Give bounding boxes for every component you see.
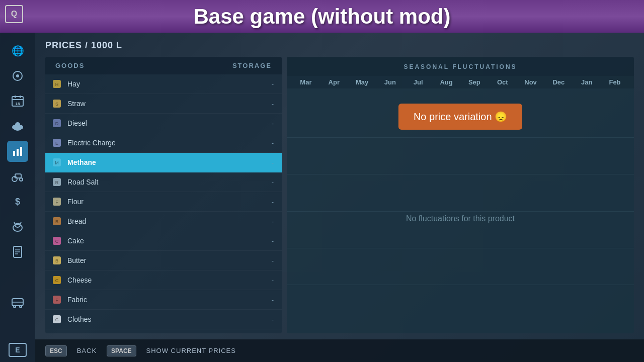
sidebar-item-weather[interactable] xyxy=(7,116,28,137)
sidebar-item-wheel[interactable] xyxy=(7,65,28,86)
item-icon: F xyxy=(51,294,62,305)
item-icon: D xyxy=(51,118,62,129)
bottom-bar: ESC BACK SPACE SHOW CURRENT PRICES xyxy=(35,339,644,362)
no-price-text: No price variation 😞 xyxy=(414,111,507,123)
goods-panel: GOODS STORAGE H Hay - S Straw - xyxy=(45,57,282,333)
svg-rect-11 xyxy=(13,151,15,156)
goods-item-butter[interactable]: B Butter - xyxy=(45,251,282,270)
e-shortcut-button[interactable]: E xyxy=(9,343,27,357)
sidebar-item-train[interactable] xyxy=(7,292,28,313)
svg-text:B: B xyxy=(55,219,58,224)
goods-item-fabric[interactable]: F Fabric - xyxy=(45,290,282,310)
goods-item-flour[interactable]: F Flour - xyxy=(45,192,282,212)
month-may: May xyxy=(348,78,376,86)
sidebar-item-doc[interactable] xyxy=(7,241,28,262)
svg-text:C: C xyxy=(55,239,59,244)
item-icon: C xyxy=(51,275,62,286)
month-nov: Nov xyxy=(517,78,545,86)
page-title: Base game (without mod) xyxy=(193,5,450,29)
svg-text:F: F xyxy=(55,200,58,205)
month-jun: Jun xyxy=(376,78,404,86)
svg-text:R: R xyxy=(55,180,59,185)
goods-item-sugar[interactable]: S Sugar - xyxy=(45,329,282,333)
sidebar-item-globe[interactable]: 🌐 xyxy=(7,40,28,61)
item-name: Bread xyxy=(67,217,272,225)
goods-list[interactable]: H Hay - S Straw - D Diesel - E xyxy=(45,74,282,333)
item-name: Hay xyxy=(67,80,272,88)
goods-item-diesel[interactable]: D Diesel - xyxy=(45,114,282,133)
esc-key: ESC xyxy=(45,345,67,356)
month-jan: Jan xyxy=(573,78,601,86)
item-icon: B xyxy=(51,216,62,227)
seasonal-header: SEASONAL FLUCTUATIONS xyxy=(287,57,634,76)
item-name: Road Salt xyxy=(67,178,272,186)
sidebar-item-cow[interactable] xyxy=(7,216,28,237)
goods-item-straw[interactable]: S Straw - xyxy=(45,94,282,114)
item-icon: R xyxy=(51,176,62,188)
col-storage-label: STORAGE xyxy=(232,62,272,69)
svg-text:E: E xyxy=(55,141,58,146)
item-storage: - xyxy=(272,237,274,245)
item-storage: - xyxy=(272,198,274,206)
item-icon: C xyxy=(51,235,62,246)
svg-text:M: M xyxy=(55,160,59,165)
goods-item-electric-charge[interactable]: E Electric Charge - xyxy=(45,133,282,153)
svg-rect-13 xyxy=(20,147,22,156)
svg-point-1 xyxy=(16,74,19,77)
goods-item-hay[interactable]: H Hay - xyxy=(45,74,282,94)
svg-point-28 xyxy=(20,306,22,308)
svg-text:C: C xyxy=(55,317,59,322)
item-name: Clothes xyxy=(67,315,272,323)
goods-item-methane[interactable]: M Methane - xyxy=(45,153,282,172)
sidebar-item-dollar[interactable]: $ xyxy=(7,191,28,212)
goods-item-cheese[interactable]: C Cheese - xyxy=(45,270,282,290)
goods-item-cake[interactable]: C Cake - xyxy=(45,231,282,251)
left-sidebar: 🌐 15 xyxy=(0,33,35,362)
item-name: Straw xyxy=(67,100,272,108)
goods-item-clothes[interactable]: C Clothes - xyxy=(45,310,282,329)
svg-line-21 xyxy=(20,222,21,224)
back-label: BACK xyxy=(77,347,97,354)
item-icon: E xyxy=(51,137,62,148)
item-icon: M xyxy=(51,157,62,168)
main-content: PRICES / 1000 L GOODS STORAGE H Hay - S xyxy=(35,33,644,362)
svg-line-20 xyxy=(14,222,15,224)
month-feb: Feb xyxy=(601,78,629,86)
item-icon: B xyxy=(51,255,62,266)
item-storage: - xyxy=(272,120,274,127)
item-name: Diesel xyxy=(67,119,272,127)
item-name: Electric Charge xyxy=(67,139,272,147)
item-name: Flour xyxy=(67,198,272,206)
item-storage: - xyxy=(272,218,274,225)
item-icon: S xyxy=(51,98,62,109)
month-oct: Oct xyxy=(489,78,517,86)
item-storage: - xyxy=(272,100,274,108)
sidebar-item-tractor[interactable] xyxy=(7,166,28,187)
svg-text:F: F xyxy=(55,298,58,303)
goods-item-bread[interactable]: B Bread - xyxy=(45,212,282,231)
item-name: Cake xyxy=(67,237,272,245)
item-storage: - xyxy=(272,257,274,264)
item-storage: - xyxy=(272,80,274,88)
svg-text:S: S xyxy=(55,102,58,107)
header-bar: Q Base game (without mod) xyxy=(0,0,644,33)
svg-text:H: H xyxy=(55,82,59,87)
item-icon: C xyxy=(51,314,62,325)
svg-line-17 xyxy=(15,176,15,178)
space-key: SPACE xyxy=(107,345,136,356)
sidebar-item-chart[interactable] xyxy=(7,141,28,162)
seasonal-panel: SEASONAL FLUCTUATIONS MarAprMayJunJulAug… xyxy=(287,57,634,333)
month-jul: Jul xyxy=(404,78,432,86)
month-apr: Apr xyxy=(320,78,348,86)
month-dec: Dec xyxy=(544,78,573,86)
item-icon: H xyxy=(51,78,62,89)
item-storage: - xyxy=(272,178,274,186)
svg-text:15: 15 xyxy=(16,102,20,106)
goods-item-road-salt[interactable]: R Road Salt - xyxy=(45,172,282,192)
sidebar-item-calendar[interactable]: 15 xyxy=(7,90,28,112)
q-button[interactable]: Q xyxy=(5,5,23,23)
item-storage: - xyxy=(272,159,274,166)
col-goods-label: GOODS xyxy=(55,62,85,69)
prices-label: PRICES / 1000 L xyxy=(45,40,634,51)
svg-text:C: C xyxy=(55,278,59,283)
